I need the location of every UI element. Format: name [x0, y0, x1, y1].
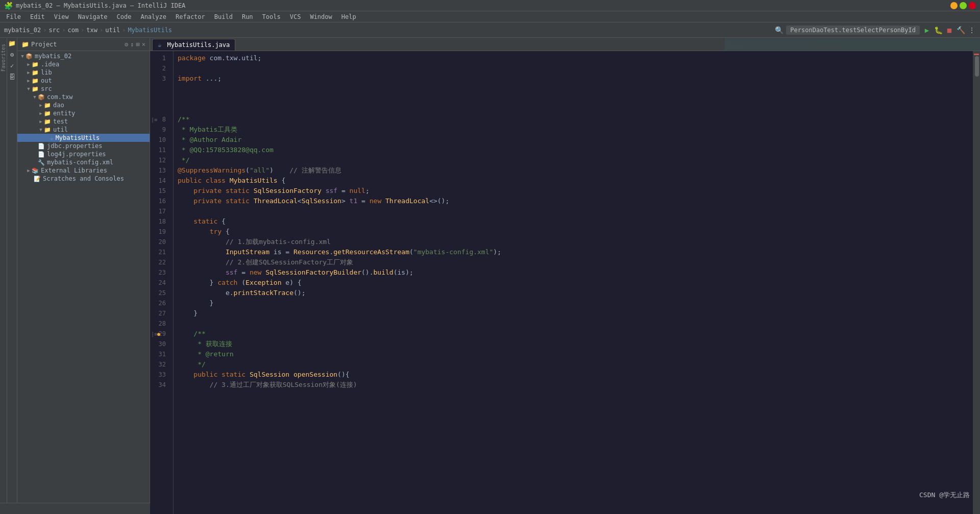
tree-item-test[interactable]: ▶ 📁 test: [17, 117, 150, 126]
fold-icon-8[interactable]: |≡: [151, 116, 157, 124]
tree-label: out: [41, 77, 52, 84]
tab-icon: ☕: [158, 41, 161, 48]
tree-item-mybatis02[interactable]: ▼ 📦 mybatis_02: [17, 52, 150, 60]
tree-item-out[interactable]: ▶ 📁 out: [17, 77, 150, 85]
menu-run[interactable]: Run: [238, 12, 257, 21]
line-num-27: 27: [150, 308, 169, 319]
run-configuration[interactable]: PersonDaoTest.testSelectPersonById: [786, 26, 920, 35]
menu-window[interactable]: Window: [306, 12, 336, 21]
fold-icon-29[interactable]: |≡: [151, 330, 157, 338]
maximize-button[interactable]: [960, 2, 967, 9]
tree-item-src[interactable]: ▼ 📁 src: [17, 85, 150, 93]
code-line-34: // 3.通过工厂对象获取SQLSession对象(连接): [178, 380, 969, 390]
menu-edit[interactable]: Edit: [26, 12, 49, 21]
title-bar-controls: [950, 2, 976, 9]
line-num-11: 11: [150, 145, 169, 155]
line-num-8: |≡ 8: [150, 114, 169, 125]
tree-item-com-txw[interactable]: ▼ 📦 com.txw: [17, 93, 150, 101]
line-num-16: 16: [150, 196, 169, 206]
project-toggle-icon[interactable]: 📁: [8, 40, 16, 47]
menu-help[interactable]: Help: [337, 12, 360, 21]
menu-tools[interactable]: Tools: [258, 12, 285, 21]
main-layout: Favorites 📁 ⚙ ✓ 🗄 📁 Project ⚙ ↕ ⊞ × ▼ 📦: [0, 38, 980, 514]
tree-item-log4j[interactable]: 📄 log4j.properties: [17, 150, 150, 158]
line-num-23: 23: [150, 267, 169, 278]
code-line-14: public class MybatisUtils {: [178, 176, 969, 186]
code-editor[interactable]: package com.txw.util; import ...; /**: [174, 51, 973, 514]
breadcrumb-util: util: [105, 27, 120, 34]
props-icon: 📄: [38, 151, 45, 158]
minimize-button[interactable]: [950, 2, 958, 9]
code-line-11: * @QQ:1578533828@qq.com: [178, 145, 969, 155]
line-num-20: 20: [150, 237, 169, 247]
run-button[interactable]: ▶: [923, 26, 931, 34]
structure-icon[interactable]: ⚙: [10, 51, 14, 58]
config-dropdown[interactable]: 🔍: [775, 26, 783, 34]
menu-vcs[interactable]: VCS: [286, 12, 305, 21]
line-num-3: 3: [150, 74, 169, 84]
todo-icon[interactable]: ✓: [10, 62, 14, 69]
panel-sort-icon[interactable]: ↕: [130, 41, 134, 48]
code-line-31: * @return: [178, 349, 969, 359]
menu-code[interactable]: Code: [113, 12, 136, 21]
menu-bar: File Edit View Navigate Code Analyze Ref…: [0, 11, 980, 22]
tree-item-scratches[interactable]: 📝 Scratches and Consoles: [17, 175, 150, 183]
close-button[interactable]: [969, 2, 976, 9]
tree-item-idea[interactable]: ▶ 📁 .idea: [17, 60, 150, 68]
tree-item-mybatisutils[interactable]: ☕ MybatisUtils: [17, 134, 150, 142]
line-num-24: 24: [150, 278, 169, 288]
line-num-13: 13: [150, 165, 169, 176]
editor-scrollbar[interactable]: [973, 51, 980, 514]
line-num-1: 1: [150, 53, 169, 63]
menu-navigate[interactable]: Navigate: [74, 12, 112, 21]
editor-area: ☕ MybatisUtils.java 1 2 3 |≡ 8 9 10 11 1…: [150, 38, 980, 514]
debug-button[interactable]: 🐛: [934, 26, 942, 34]
panel-gear-icon[interactable]: ⚙: [125, 41, 128, 48]
toolbar: mybatis_02 › src › com › txw › util › My…: [0, 22, 980, 38]
menu-refactor[interactable]: Refactor: [172, 12, 209, 21]
panel-header: 📁 Project ⚙ ↕ ⊞ ×: [17, 38, 150, 51]
menu-analyze[interactable]: Analyze: [136, 12, 170, 21]
tree-label: mybatis-config.xml: [47, 159, 113, 166]
menu-file[interactable]: File: [2, 12, 25, 21]
more-actions[interactable]: ⋮: [968, 26, 976, 34]
menu-view[interactable]: View: [50, 12, 73, 21]
code-line-16: private static ThreadLocal<SqlSession> t…: [178, 196, 969, 206]
code-line-12: */: [178, 155, 969, 165]
build-button[interactable]: 🔨: [957, 26, 965, 34]
database-icon[interactable]: 🗄: [9, 74, 15, 81]
tree-item-mybatis-config[interactable]: 🔧 mybatis-config.xml: [17, 158, 150, 166]
folder-icon: 📁: [44, 102, 51, 109]
stop-button[interactable]: ■: [945, 26, 953, 34]
line-num-32: 32: [150, 359, 169, 370]
toolbar-right: 🔍 PersonDaoTest.testSelectPersonById ▶ 🐛…: [775, 26, 976, 35]
tree-item-jdbc[interactable]: 📄 jdbc.properties: [17, 142, 150, 150]
side-icons: 📁 ⚙ ✓ 🗄: [7, 38, 17, 514]
breadcrumb-file: MybatisUtils: [128, 27, 172, 34]
tree-item-dao[interactable]: ▶ 📁 dao: [17, 101, 150, 109]
source-folder-icon: 📁: [32, 86, 39, 92]
props-icon: 📄: [38, 143, 45, 150]
tree-label: lib: [41, 69, 52, 76]
project-panel: 📁 Project ⚙ ↕ ⊞ × ▼ 📦 mybatis_02 ▶ 📁 .i: [17, 38, 150, 514]
code-line-24: } catch (Exception e) {: [178, 278, 969, 288]
tree-item-external-libraries[interactable]: ▶ 📚 External Libraries: [17, 166, 150, 175]
line-num-15: 15: [150, 186, 169, 196]
xml-icon: 🔧: [38, 159, 45, 166]
code-line-23: ssf = new SqlSessionFactoryBuilder().bui…: [178, 267, 969, 278]
tree-item-entity[interactable]: ▶ 📁 entity: [17, 109, 150, 117]
tree-item-util[interactable]: ▼ 📁 util: [17, 126, 150, 134]
tree-item-lib[interactable]: ▶ 📁 lib: [17, 68, 150, 77]
breadcrumb-module: mybatis_02: [4, 27, 41, 34]
line-num-2: 2: [150, 63, 169, 74]
editor-tab-mybatisutils[interactable]: ☕ MybatisUtils.java: [152, 39, 235, 51]
panel-close-icon[interactable]: ×: [142, 41, 145, 48]
breadcrumb: mybatis_02 › src › com › txw › util › My…: [4, 27, 172, 34]
panel-expand-icon[interactable]: ⊞: [136, 41, 140, 48]
line-num-34: 34: [150, 380, 169, 390]
line-num-12: 12: [150, 155, 169, 165]
line-num-14: 14: [150, 176, 169, 186]
tree-label: dao: [53, 102, 64, 109]
scrollbar-thumb[interactable]: [975, 56, 979, 77]
menu-build[interactable]: Build: [210, 12, 237, 21]
